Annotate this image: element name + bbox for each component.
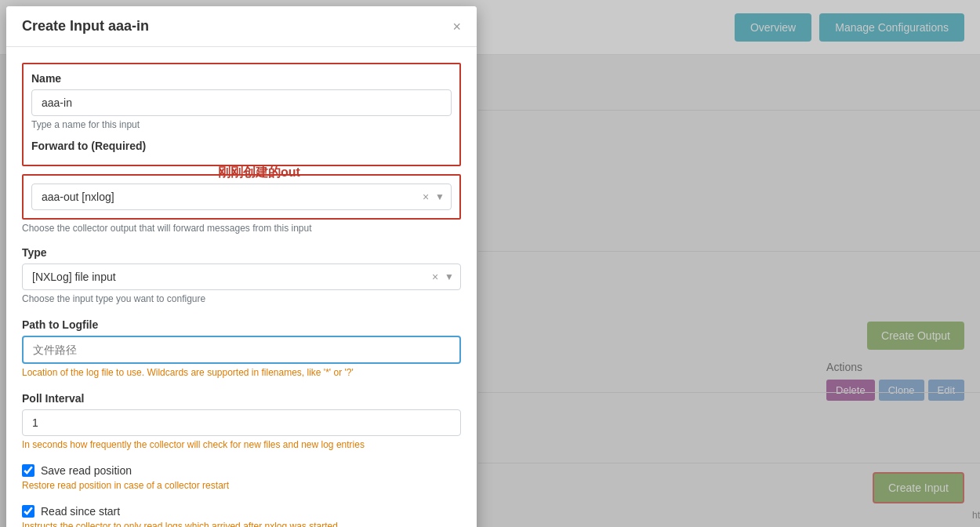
type-clear-button[interactable]: ×: [429, 269, 441, 285]
path-label: Path to Logfile: [22, 318, 461, 331]
poll-input[interactable]: [22, 409, 461, 436]
poll-section: Poll Interval In seconds how frequently …: [22, 392, 461, 450]
read-since-checkbox[interactable]: [22, 505, 34, 518]
save-read-label[interactable]: Save read position: [41, 464, 132, 477]
read-since-hint: Instructs the collector to only read log…: [22, 521, 461, 527]
modal-header: Create Input aaa-in ×: [6, 6, 477, 47]
type-label: Type: [22, 246, 461, 259]
name-label: Name: [31, 72, 452, 85]
name-section: Name Type a name for this input Forward …: [22, 63, 461, 166]
type-value: [NXLog] file input: [23, 264, 429, 289]
read-since-row: Read since start: [22, 505, 461, 518]
type-chevron-button[interactable]: ▼: [445, 271, 454, 282]
name-hint: Type a name for this input: [31, 119, 452, 130]
modal-close-button[interactable]: ×: [452, 20, 461, 34]
forward-chevron-button[interactable]: ▼: [435, 191, 445, 202]
save-read-hint: Restore read position in case of a colle…: [22, 480, 461, 491]
forward-clear-button[interactable]: ×: [419, 189, 432, 205]
poll-label: Poll Interval: [22, 392, 461, 405]
forward-label: Forward to (Required): [31, 140, 452, 152]
create-input-modal: Create Input aaa-in × Name Type a name f…: [6, 6, 477, 527]
forward-hint: Choose the collector output that will fo…: [22, 223, 461, 234]
modal-title: Create Input aaa-in: [22, 18, 149, 35]
modal-body: Name Type a name for this input Forward …: [6, 47, 477, 527]
path-hint: Location of the log file to use. Wildcar…: [22, 367, 461, 378]
poll-hint: In seconds how frequently the collector …: [22, 439, 461, 450]
type-section: Type [NXLog] file input × ▼ Choose the i…: [22, 246, 461, 304]
save-read-section: Save read position Restore read position…: [22, 464, 461, 491]
read-since-section: Read since start Instructs the collector…: [22, 505, 461, 527]
read-since-label[interactable]: Read since start: [41, 505, 120, 518]
save-read-row: Save read position: [22, 464, 461, 477]
type-select[interactable]: [NXLog] file input × ▼: [22, 264, 461, 290]
path-section: Path to Logfile Location of the log file…: [22, 318, 461, 378]
path-input[interactable]: [22, 336, 461, 364]
type-hint: Choose the input type you want to config…: [22, 293, 461, 304]
save-read-checkbox[interactable]: [22, 464, 34, 477]
forward-section: aaa-out [nxlog] × ▼: [22, 174, 461, 220]
type-select-actions: × ▼: [429, 269, 460, 285]
forward-select[interactable]: aaa-out [nxlog] × ▼: [31, 184, 452, 210]
name-input[interactable]: [31, 89, 452, 116]
forward-value: aaa-out [nxlog]: [32, 184, 419, 209]
select-actions: × ▼: [419, 189, 451, 205]
